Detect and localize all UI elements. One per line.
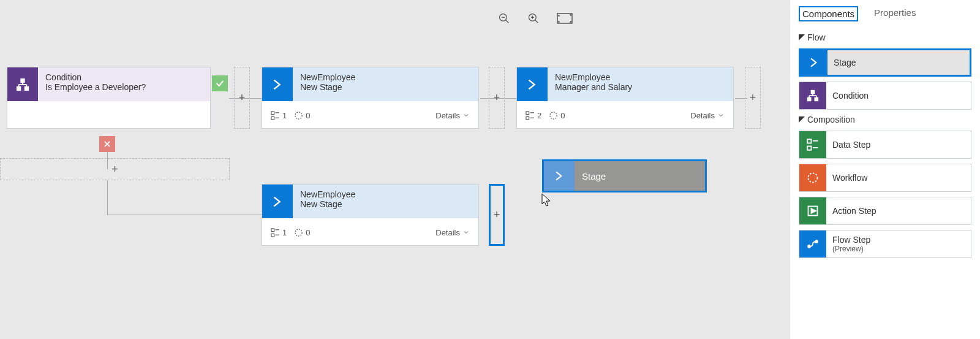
steps-count: 2 xyxy=(526,111,541,120)
component-workflow[interactable]: Workflow xyxy=(799,164,971,192)
stage-icon xyxy=(262,185,293,218)
add-stage-dropzone[interactable]: + xyxy=(745,67,761,129)
flow-step-icon xyxy=(799,230,826,257)
add-branch-dropzone[interactable]: + xyxy=(0,158,230,180)
svg-rect-34 xyxy=(815,97,818,101)
stage-icon xyxy=(801,49,827,76)
collapse-icon xyxy=(799,116,805,123)
chevron-down-icon xyxy=(717,112,725,119)
condition-false-icon xyxy=(99,136,115,152)
connector xyxy=(107,180,108,215)
tab-properties[interactable]: Properties xyxy=(872,6,918,21)
zoom-in-icon[interactable] xyxy=(527,12,540,25)
svg-line-1 xyxy=(506,20,509,23)
svg-rect-22 xyxy=(526,111,529,114)
components-panel: Components Properties Flow Stage Conditi… xyxy=(790,0,980,339)
dragging-stage-component: Stage xyxy=(542,159,707,192)
workflow-icon xyxy=(799,164,826,191)
component-data-step[interactable]: Data Step xyxy=(799,131,971,159)
stage-card-newstage-1[interactable]: NewEmployee New Stage 1 0 Details xyxy=(262,67,479,129)
condition-label: Condition xyxy=(45,72,203,82)
add-stage-dropzone[interactable]: + xyxy=(489,67,505,129)
section-flow[interactable]: Flow xyxy=(799,32,971,42)
data-step-icon xyxy=(799,131,826,158)
collapse-icon xyxy=(799,34,805,40)
svg-rect-41 xyxy=(807,147,811,150)
condition-icon xyxy=(7,67,38,101)
workflows-count: 0 xyxy=(549,111,565,120)
svg-rect-9 xyxy=(17,86,20,90)
canvas-toolbar xyxy=(498,12,573,25)
svg-rect-10 xyxy=(25,86,28,90)
svg-point-26 xyxy=(550,112,557,118)
connector xyxy=(107,215,262,215)
steps-count: 1 xyxy=(271,111,287,120)
stage-name: New Stage xyxy=(300,199,471,209)
plus-icon: + xyxy=(750,91,756,104)
action-step-icon xyxy=(799,197,826,224)
workflows-count: 0 xyxy=(294,228,310,237)
svg-rect-24 xyxy=(526,116,529,120)
mouse-cursor-icon xyxy=(541,193,552,207)
stage-name: Manager and Salary xyxy=(555,82,726,92)
tab-components[interactable]: Components xyxy=(799,6,858,21)
svg-rect-17 xyxy=(271,111,274,114)
condition-card[interactable]: Condition Is Employee a Developer? xyxy=(7,67,211,129)
details-toggle[interactable]: Details xyxy=(435,228,470,237)
plus-icon: + xyxy=(494,208,500,221)
svg-rect-33 xyxy=(808,97,811,101)
fit-screen-icon[interactable] xyxy=(557,13,573,24)
condition-icon xyxy=(799,82,826,109)
stage-name: New Stage xyxy=(300,82,471,92)
svg-point-43 xyxy=(809,173,818,183)
dragging-stage-label: Stage xyxy=(575,171,606,181)
details-toggle[interactable]: Details xyxy=(435,111,470,120)
svg-rect-8 xyxy=(21,78,24,82)
condition-true-icon xyxy=(212,75,228,91)
svg-point-21 xyxy=(295,112,302,118)
plus-icon: + xyxy=(494,91,500,104)
chevron-down-icon xyxy=(462,112,470,119)
stage-icon xyxy=(544,161,575,191)
stage-icon xyxy=(517,67,548,101)
condition-question: Is Employee a Developer? xyxy=(45,82,203,92)
process-designer-canvas[interactable]: Condition Is Employee a Developer? + + N… xyxy=(0,0,784,339)
component-stage[interactable]: Stage xyxy=(799,48,971,77)
stage-card-manager-salary[interactable]: NewEmployee Manager and Salary 2 0 Detai… xyxy=(516,67,734,129)
steps-count: 1 xyxy=(271,228,287,237)
plus-icon: + xyxy=(111,163,118,176)
svg-rect-19 xyxy=(271,116,274,120)
stage-entity: NewEmployee xyxy=(555,72,726,82)
stage-entity: NewEmployee xyxy=(300,189,471,199)
svg-rect-32 xyxy=(812,91,815,94)
component-flow-step[interactable]: Flow Step (Preview) xyxy=(799,230,971,258)
add-stage-dropzone-active[interactable]: + xyxy=(489,184,505,246)
svg-line-4 xyxy=(535,20,538,23)
add-stage-dropzone[interactable]: + xyxy=(234,67,250,129)
stage-card-newstage-2[interactable]: NewEmployee New Stage 1 0 Details xyxy=(262,184,479,246)
plus-icon: + xyxy=(239,91,246,104)
component-action-step[interactable]: Action Step xyxy=(799,197,971,225)
stage-entity: NewEmployee xyxy=(300,72,471,82)
workflows-count: 0 xyxy=(294,111,310,120)
chevron-down-icon xyxy=(462,229,470,236)
svg-marker-45 xyxy=(812,208,816,213)
component-condition[interactable]: Condition xyxy=(799,82,971,110)
svg-rect-27 xyxy=(271,228,274,231)
details-toggle[interactable]: Details xyxy=(690,111,725,120)
svg-point-31 xyxy=(295,229,302,235)
section-composition[interactable]: Composition xyxy=(799,115,971,124)
svg-rect-39 xyxy=(807,139,811,143)
svg-rect-29 xyxy=(271,234,274,237)
zoom-out-icon[interactable] xyxy=(498,12,510,25)
stage-icon xyxy=(262,67,293,101)
